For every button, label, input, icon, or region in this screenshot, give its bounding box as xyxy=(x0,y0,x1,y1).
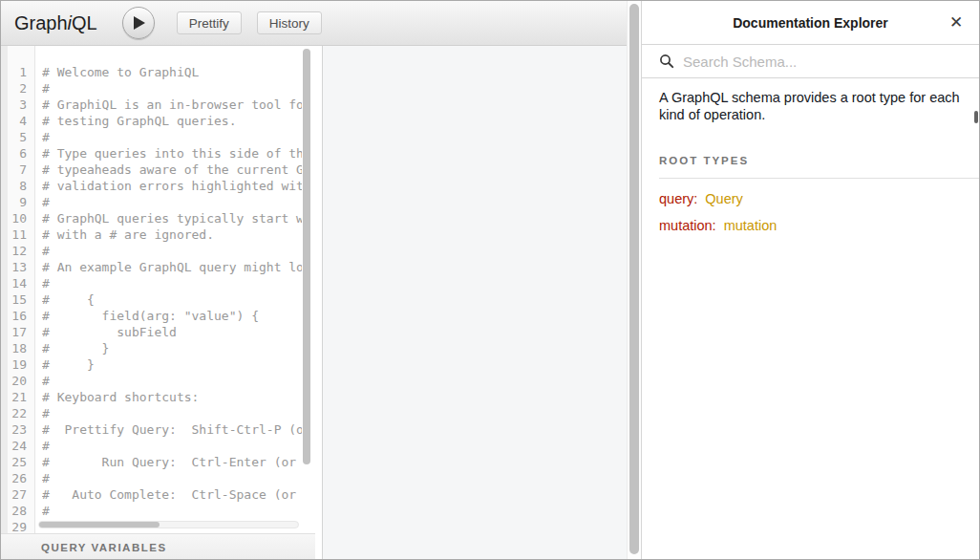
search-schema-input[interactable] xyxy=(683,54,979,70)
editor-line: 4 # testing GraphQL queries. xyxy=(8,113,315,129)
query-variables-title: QUERY VARIABLES xyxy=(41,542,167,553)
root-types-heading: ROOT TYPES xyxy=(659,155,979,166)
schema-description: A GraphQL schema provides a root type fo… xyxy=(659,90,979,123)
code-text: # xyxy=(42,129,302,145)
code-text: # xyxy=(42,194,302,210)
logo-text-ql: QL xyxy=(72,12,97,33)
doc-explorer-body: A GraphQL schema provides a root type fo… xyxy=(642,90,979,233)
line-number: 24 xyxy=(8,438,35,454)
code-text: # Run Query: Ctrl-Enter (or press the pl… xyxy=(42,454,302,470)
code-text: # with a # are ignored. xyxy=(42,226,302,243)
editor-line: 18 # } xyxy=(8,340,315,356)
toolbar: GraphiQL Prettify History xyxy=(1,1,627,46)
editor-line: 5 # xyxy=(8,129,315,145)
editor-line: 3 # GraphiQL is an in-browser tool for w… xyxy=(8,97,315,113)
root-type-item: mutation: mutation xyxy=(659,218,979,233)
line-number: 4 xyxy=(8,113,35,129)
history-button[interactable]: History xyxy=(257,11,322,34)
line-number: 18 xyxy=(8,340,35,356)
code-text: # GraphQL queries typically start with a… xyxy=(42,210,302,226)
editor-line: 17 # subField xyxy=(8,324,315,340)
editor-line: 15 # { xyxy=(8,291,315,308)
code-text: # subField xyxy=(42,324,302,340)
editor-line: 14 # xyxy=(8,275,315,291)
root-type-list: query: Query mutation: mutation xyxy=(659,191,979,233)
query-editor[interactable]: 1 # Welcome to GraphiQL 2 # 3 # GraphiQL… xyxy=(8,46,315,533)
play-icon xyxy=(134,16,145,30)
code-text: # xyxy=(42,373,302,389)
search-icon xyxy=(659,54,674,69)
code-text: # xyxy=(42,503,302,519)
line-number: 5 xyxy=(8,129,35,145)
page-scrollbar-track[interactable] xyxy=(627,1,641,559)
graphiql-logo: GraphiQL xyxy=(14,12,97,34)
code-text: # Prettify Query: Shift-Ctrl-P (or press… xyxy=(42,421,302,438)
line-number: 8 xyxy=(8,178,35,194)
line-number: 6 xyxy=(8,145,35,162)
type-link[interactable]: mutation xyxy=(724,218,778,233)
line-number: 19 xyxy=(8,356,35,373)
doc-panel-scrollbar-thumb[interactable] xyxy=(974,111,978,123)
page-scrollbar-thumb[interactable] xyxy=(629,4,639,554)
editor-left-rail xyxy=(1,46,8,533)
editor-line: 11 # with a # are ignored. xyxy=(8,226,315,243)
query-variables-bar[interactable]: QUERY VARIABLES xyxy=(1,533,315,560)
line-number: 17 xyxy=(8,324,35,340)
editor-result-resizer[interactable] xyxy=(315,46,323,560)
editor-line: 26 # xyxy=(8,470,315,486)
line-number: 29 xyxy=(8,519,35,533)
graphiql-window: GraphiQL Prettify History 1 # Welcome to… xyxy=(0,0,980,560)
line-number: 15 xyxy=(8,291,35,308)
code-text: # xyxy=(42,405,302,421)
line-number: 21 xyxy=(8,389,35,405)
line-number: 14 xyxy=(8,275,35,291)
code-text: # } xyxy=(42,340,302,356)
editor-line: 1 # Welcome to GraphiQL xyxy=(8,64,315,80)
line-number: 22 xyxy=(8,405,35,421)
code-text: # { xyxy=(42,291,302,308)
category-divider xyxy=(659,178,979,179)
editor-line: 28 # xyxy=(8,503,315,519)
code-text: # xyxy=(42,470,302,486)
root-type-item: query: Query xyxy=(659,191,979,206)
editor-line: 12 # xyxy=(8,243,315,259)
editor-line: 22 # xyxy=(8,405,315,421)
code-text: # Type queries into this side of the scr… xyxy=(42,145,302,162)
code-text: # Keyboard shortcuts: xyxy=(42,389,302,405)
execute-query-button[interactable] xyxy=(122,7,155,39)
code-text: # field(arg: "value") { xyxy=(42,308,302,324)
code-text: # xyxy=(42,243,302,259)
result-pane xyxy=(323,46,627,560)
close-icon[interactable]: ✕ xyxy=(945,14,968,31)
line-number: 25 xyxy=(8,454,35,470)
editor-line: 16 # field(arg: "value") { xyxy=(8,308,315,324)
editor-line: 8 # validation errors highlighted within… xyxy=(8,178,315,194)
doc-search-row xyxy=(642,45,979,78)
editor-line: 19 # } xyxy=(8,356,315,373)
code-text: # } xyxy=(42,356,302,373)
line-number: 27 xyxy=(8,486,35,503)
editor-line: 25 # Run Query: Ctrl-Enter (or press the… xyxy=(8,454,315,470)
line-number: 11 xyxy=(8,226,35,243)
prettify-button[interactable]: Prettify xyxy=(177,11,242,34)
code-text: # validation errors highlighted within t… xyxy=(42,178,302,194)
logo-text: Graph xyxy=(14,12,68,33)
editor-lines[interactable]: 1 # Welcome to GraphiQL 2 # 3 # GraphiQL… xyxy=(8,46,315,533)
field-keyword: mutation: xyxy=(659,218,716,233)
editor-horizontal-scrollbar[interactable] xyxy=(38,521,299,528)
editor-vertical-scrollbar[interactable] xyxy=(303,49,310,464)
line-number: 10 xyxy=(8,210,35,226)
line-number: 13 xyxy=(8,259,35,275)
type-link[interactable]: Query xyxy=(705,191,743,206)
editor-line: 6 # Type queries into this side of the s… xyxy=(8,145,315,162)
line-number: 28 xyxy=(8,503,35,519)
code-text: # testing GraphQL queries. xyxy=(42,113,302,129)
line-number: 26 xyxy=(8,470,35,486)
doc-explorer-title-bar: Documentation Explorer ✕ xyxy=(642,1,979,45)
code-text: # typeaheads aware of the current GraphQ… xyxy=(42,162,302,178)
doc-explorer-title: Documentation Explorer xyxy=(653,15,945,31)
line-number: 16 xyxy=(8,308,35,324)
editor-horizontal-scrollbar-thumb[interactable] xyxy=(39,522,160,528)
code-text: # An example GraphQL query might look li… xyxy=(42,259,302,275)
editor-line: 24 # xyxy=(8,438,315,454)
